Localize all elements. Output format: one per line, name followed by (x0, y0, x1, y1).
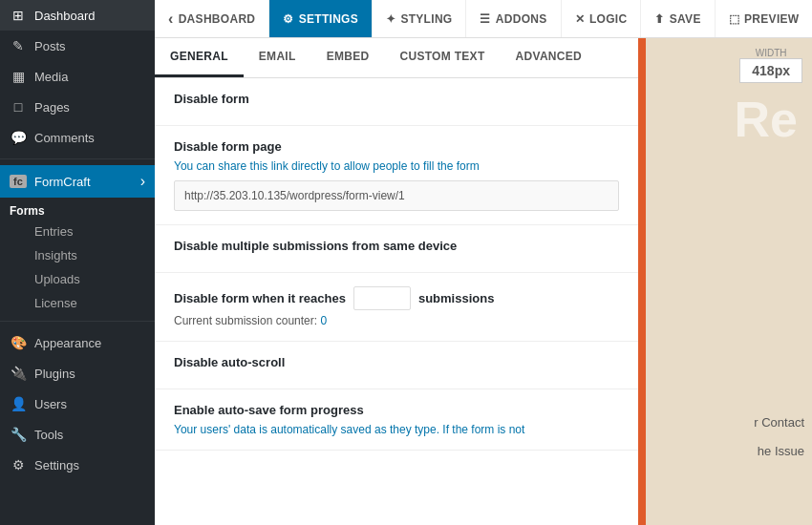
disable-multiple-section: Disable multiple submissions from same d… (155, 225, 638, 273)
disable-multiple-title: Disable multiple submissions from same d… (174, 239, 619, 253)
sidebar-item-label: Tools (34, 428, 63, 442)
topbar: ‹ Dashboard ⚙ Settings ✦ Styling ☰ Addon… (155, 0, 812, 38)
settings-icon: ⚙ (10, 457, 27, 472)
enable-autosave-section: Enable auto-save form progress Your user… (155, 389, 638, 451)
content-area: General Email Embed Custom Text Advanced… (155, 38, 812, 525)
disable-reaches-title: Disable form when it reaches (174, 291, 346, 305)
sidebar-item-label: Media (34, 70, 68, 84)
topbar-addons-button[interactable]: ☰ Addons (466, 0, 561, 37)
topbar-preview-button[interactable]: ⬚ Preview (716, 0, 812, 37)
tab-custom-text[interactable]: Custom Text (384, 38, 500, 77)
save-icon: ⬆ (654, 12, 664, 26)
submissions-count-input[interactable] (353, 286, 411, 310)
preview-panel: WIDTH 418px Re r Contact he Issue (642, 38, 812, 525)
sidebar-item-tools[interactable]: 🔧 Tools (0, 419, 155, 450)
sidebar-divider-2 (0, 321, 155, 322)
sidebar-sub-insights[interactable]: Insights (0, 243, 155, 267)
tab-email[interactable]: Email (244, 38, 311, 77)
disable-form-title: Disable form (174, 92, 619, 106)
topbar-save-button[interactable]: ⬆ Save (641, 0, 715, 37)
sidebar-sub-license[interactable]: License (0, 291, 155, 315)
sidebar-sub-entries[interactable]: Entries (0, 220, 155, 243)
disable-form-section: Disable form (155, 78, 638, 126)
sidebar-item-posts[interactable]: ✎ Posts (0, 31, 155, 61)
addons-icon: ☰ (480, 12, 490, 26)
tab-advanced[interactable]: Advanced (501, 38, 598, 77)
media-icon: ▦ (10, 69, 27, 84)
disable-form-page-section: Disable form page You can share this lin… (155, 126, 638, 225)
sidebar-item-users[interactable]: 👤 Users (0, 388, 155, 419)
sidebar-item-label: Posts (34, 39, 66, 53)
topbar-logic-button[interactable]: ✕ Logic (562, 0, 642, 37)
sidebar-divider (0, 158, 155, 159)
users-icon: 👤 (10, 396, 27, 411)
settings-panel: General Email Embed Custom Text Advanced… (155, 38, 642, 525)
topbar-settings-button[interactable]: ⚙ Settings (269, 0, 373, 37)
main-area: ‹ Dashboard ⚙ Settings ✦ Styling ☰ Addon… (155, 0, 812, 525)
posts-icon: ✎ (10, 38, 27, 53)
enable-autosave-desc: Your users' data is automatically saved … (174, 423, 619, 436)
dashboard-icon: ⊞ (10, 8, 27, 23)
form-url-display: http://35.203.10.135/wordpress/form-view… (174, 180, 619, 211)
preview-icon: ⬚ (729, 12, 739, 26)
settings-gear-icon: ⚙ (283, 12, 293, 26)
disable-form-page-title: Disable form page (174, 139, 619, 154)
sidebar-item-label: FormCraft (34, 175, 91, 189)
disable-reaches-section: Disable form when it reaches submissions… (155, 273, 638, 342)
back-icon: ‹ (168, 10, 174, 28)
disable-autoscroll-section: Disable auto-scroll (155, 342, 638, 389)
topbar-styling-button[interactable]: ✦ Styling (373, 0, 466, 37)
sidebar-item-dashboard[interactable]: ⊞ Dashboard (0, 0, 155, 31)
preview-issue: he Issue (758, 444, 804, 458)
sidebar-sub-uploads[interactable]: Uploads (0, 267, 155, 291)
logic-icon: ✕ (575, 12, 585, 26)
submissions-suffix: submissions (418, 291, 494, 305)
disable-autoscroll-title: Disable auto-scroll (174, 355, 619, 369)
forms-section-label: Forms (0, 198, 155, 220)
disable-form-page-desc: You can share this link directly to allo… (174, 159, 619, 173)
sidebar-item-label: Users (34, 397, 67, 411)
preview-accent-bar (642, 38, 646, 525)
subtabs: General Email Embed Custom Text Advanced (155, 38, 638, 78)
tab-general[interactable]: General (155, 38, 244, 77)
sidebar-item-settings[interactable]: ⚙ Settings (0, 450, 155, 480)
appearance-icon: 🎨 (10, 335, 27, 350)
sidebar-item-label: Comments (34, 131, 95, 145)
styling-icon: ✦ (386, 12, 395, 26)
plugins-icon: 🔌 (10, 366, 27, 381)
sidebar-item-label: Pages (34, 100, 70, 115)
preview-re-text: Re (735, 91, 798, 148)
sidebar-item-comments[interactable]: 💬 Comments (0, 122, 155, 153)
sidebar: ⊞ Dashboard ✎ Posts ▦ Media □ Pages 💬 Co… (0, 0, 155, 525)
preview-contact: r Contact (754, 415, 804, 430)
submission-counter-text: Current submission counter: 0 (174, 314, 619, 327)
disable-reaches-inline: Disable form when it reaches submissions (174, 286, 619, 310)
sidebar-item-media[interactable]: ▦ Media (0, 61, 155, 92)
sidebar-item-label: Settings (34, 458, 79, 472)
sidebar-item-label: Plugins (34, 367, 75, 381)
formcraft-icon: fc (10, 175, 27, 188)
sidebar-item-appearance[interactable]: 🎨 Appearance (0, 327, 155, 358)
formcraft-arrow: › (140, 173, 145, 190)
sidebar-item-label: Appearance (34, 336, 101, 350)
width-value: 418px (739, 58, 802, 83)
sidebar-item-label: Dashboard (34, 9, 96, 23)
tab-embed[interactable]: Embed (311, 38, 385, 77)
comments-icon: 💬 (10, 130, 27, 145)
sidebar-item-plugins[interactable]: 🔌 Plugins (0, 358, 155, 388)
sidebar-item-pages[interactable]: □ Pages (0, 92, 155, 122)
topbar-dashboard-button[interactable]: ‹ Dashboard (155, 0, 269, 37)
tools-icon: 🔧 (10, 427, 27, 442)
width-box: WIDTH 418px (739, 48, 802, 83)
sidebar-item-formcraft[interactable]: fc FormCraft › (0, 165, 155, 198)
enable-autosave-title: Enable auto-save form progress (174, 403, 619, 417)
pages-icon: □ (10, 99, 27, 115)
